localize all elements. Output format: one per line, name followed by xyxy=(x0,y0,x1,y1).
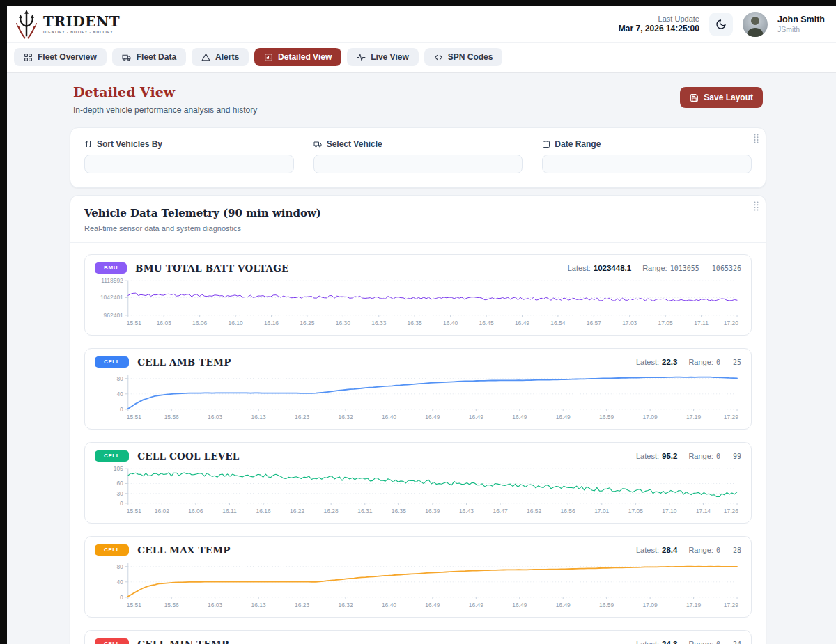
save-layout-button[interactable]: Save Layout xyxy=(680,87,763,108)
svg-text:40: 40 xyxy=(116,579,123,586)
svg-text:16:25: 16:25 xyxy=(300,320,314,327)
sensor-badge: CELL xyxy=(95,544,129,556)
field-label: Sort Vehicles By xyxy=(97,139,162,149)
warning-icon xyxy=(201,53,210,62)
svg-text:16:49: 16:49 xyxy=(425,602,440,608)
grip-dots-icon xyxy=(754,134,759,143)
svg-text:17:01: 17:01 xyxy=(594,508,609,515)
range-label: Range: xyxy=(688,358,713,366)
sensor-badge: CELL xyxy=(95,638,129,644)
svg-text:80: 80 xyxy=(116,563,123,570)
svg-text:16:39: 16:39 xyxy=(425,508,440,515)
chart-header: CELL CELL MIN TEMP Latest: 24.3 Range: 0… xyxy=(93,637,743,644)
tab-label: Fleet Overview xyxy=(38,52,97,62)
tab-detailed-view[interactable]: Detailed View xyxy=(254,48,341,66)
svg-text:40: 40 xyxy=(116,391,123,398)
line-chart[interactable]: 8040015:5115:5616:0316:1316:2316:3216:40… xyxy=(93,370,743,425)
svg-text:16:49: 16:49 xyxy=(512,602,527,608)
svg-text:16:35: 16:35 xyxy=(408,320,422,327)
svg-text:15:56: 15:56 xyxy=(164,414,179,421)
brand-logo: TRIDENT IDENTIFY · NOTIFY · NULLIFY xyxy=(13,8,120,40)
svg-text:15:51: 15:51 xyxy=(127,414,141,421)
svg-text:16:33: 16:33 xyxy=(371,320,386,327)
avatar[interactable] xyxy=(743,12,768,37)
app-header: TRIDENT IDENTIFY · NOTIFY · NULLIFY Last… xyxy=(7,6,836,43)
tab-label: Alerts xyxy=(215,52,239,62)
chart-card: CELL CELL MAX TEMP Latest: 28.4 Range: 0… xyxy=(84,536,752,618)
line-chart[interactable]: 8040015:5115:5616:0316:1316:2316:3216:40… xyxy=(93,558,743,613)
svg-text:17:19: 17:19 xyxy=(686,602,701,608)
brand-name: TRIDENT xyxy=(43,15,120,29)
telemetry-card: Vehicle Data Telemetry (90 min window) R… xyxy=(70,195,766,644)
svg-text:17:05: 17:05 xyxy=(628,508,643,515)
user-name: John Smith xyxy=(777,15,825,24)
chart-title: CELL MAX TEMP xyxy=(137,544,230,556)
tab-fleet-overview[interactable]: Fleet Overview xyxy=(14,48,107,66)
chart-header: CELL CELL COOL LEVEL Latest: 95.2 Range:… xyxy=(93,449,743,464)
main-content: Detailed View In-depth vehicle performan… xyxy=(7,73,836,644)
code-icon xyxy=(434,53,443,62)
latest-value: 28.4 xyxy=(662,546,677,554)
svg-text:16:28: 16:28 xyxy=(324,508,339,515)
theme-toggle-button[interactable] xyxy=(709,13,733,36)
tab-spn-codes[interactable]: SPN Codes xyxy=(424,48,503,66)
line-chart[interactable]: 1056030015:5116:0216:0616:1116:1616:2216… xyxy=(93,464,743,519)
svg-text:16:59: 16:59 xyxy=(599,602,614,608)
svg-text:17:14: 17:14 xyxy=(696,508,711,515)
svg-text:16:59: 16:59 xyxy=(599,414,614,421)
select-vehicle-input[interactable] xyxy=(314,155,523,173)
telemetry-title: Vehicle Data Telemetry (90 min window) xyxy=(84,207,752,219)
tab-fleet-data[interactable]: Fleet Data xyxy=(112,48,186,66)
latest-label: Latest: xyxy=(636,546,659,554)
tab-live-view[interactable]: Live View xyxy=(347,48,418,66)
user-handle: JSmith xyxy=(777,25,825,33)
chart-header: CELL CELL AMB TEMP Latest: 22.3 Range: 0… xyxy=(93,355,743,370)
svg-text:16:57: 16:57 xyxy=(587,320,601,327)
svg-text:30: 30 xyxy=(116,490,123,497)
save-layout-label: Save Layout xyxy=(704,93,753,102)
svg-text:16:49: 16:49 xyxy=(469,414,483,421)
grip-dots-icon xyxy=(754,201,759,211)
drag-handle-icon[interactable] xyxy=(754,134,759,146)
svg-text:16:23: 16:23 xyxy=(295,414,309,421)
svg-text:15:51: 15:51 xyxy=(127,602,141,608)
chart-title: CELL AMB TEMP xyxy=(137,356,231,368)
grid-icon xyxy=(24,53,33,62)
chart-title: CELL MIN TEMP xyxy=(137,638,229,644)
svg-text:16:47: 16:47 xyxy=(493,508,507,515)
telemetry-subtitle: Real-time sensor data and system diagnos… xyxy=(84,224,752,233)
tab-label: Detailed View xyxy=(278,52,332,62)
svg-text:0: 0 xyxy=(120,500,123,507)
field-label: Date Range xyxy=(555,139,601,149)
field-label: Select Vehicle xyxy=(327,139,382,149)
truck-icon xyxy=(314,140,323,148)
svg-text:16:13: 16:13 xyxy=(251,602,266,608)
filters-card: Sort Vehicles By Select Vehicle xyxy=(70,127,766,188)
svg-text:16:06: 16:06 xyxy=(188,508,203,515)
last-update-value: Mar 7, 2026 14:25:00 xyxy=(619,24,699,33)
svg-text:60: 60 xyxy=(116,480,123,487)
chart-card: CELL CELL COOL LEVEL Latest: 95.2 Range:… xyxy=(84,442,752,524)
svg-text:17:09: 17:09 xyxy=(643,602,658,608)
last-update-label: Last Update xyxy=(619,15,699,23)
svg-text:16:40: 16:40 xyxy=(382,414,396,421)
range-label: Range: xyxy=(688,640,713,644)
latest-value: 1023448.1 xyxy=(594,264,631,272)
tab-alerts[interactable]: Alerts xyxy=(192,48,249,66)
chart-card: CELL CELL AMB TEMP Latest: 22.3 Range: 0… xyxy=(84,348,752,430)
page-subtitle: In-depth vehicle performance analysis an… xyxy=(73,105,257,115)
brand-tagline: IDENTIFY · NOTIFY · NULLIFY xyxy=(43,30,120,34)
sort-icon xyxy=(84,140,93,148)
sensor-badge: CELL xyxy=(95,356,129,368)
svg-text:16:02: 16:02 xyxy=(155,508,169,515)
date-range-field: Date Range xyxy=(542,139,752,173)
sort-vehicles-input[interactable] xyxy=(84,155,294,173)
svg-text:16:49: 16:49 xyxy=(556,602,571,608)
svg-text:16:32: 16:32 xyxy=(338,414,353,421)
divider xyxy=(70,242,766,243)
svg-text:16:40: 16:40 xyxy=(382,602,396,608)
svg-text:16:40: 16:40 xyxy=(443,320,458,327)
line-chart[interactable]: 1118592104240196240115:5116:0316:0616:10… xyxy=(93,276,743,331)
drag-handle-icon[interactable] xyxy=(754,201,759,214)
date-range-input[interactable] xyxy=(542,155,752,173)
